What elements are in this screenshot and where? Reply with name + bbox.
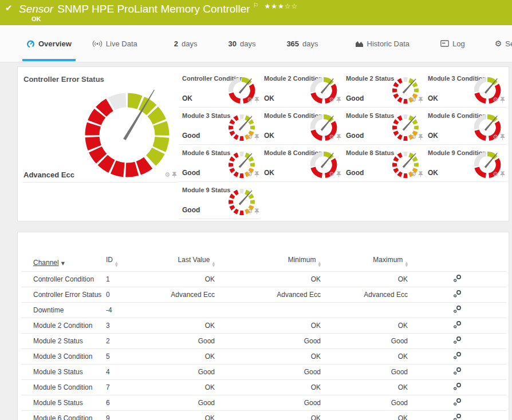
pin-icon xyxy=(418,134,423,140)
gauge-tile-module-6-status[interactable]: Module 6 StatusGood⚙ xyxy=(179,145,261,182)
gear-icon[interactable]: ⚙ xyxy=(329,172,334,177)
gauge-tile-module-3-condition[interactable]: Module 3 ConditionOK⚙ xyxy=(424,70,506,108)
column-header-id[interactable]: ID▲▼ xyxy=(106,256,161,272)
gauge-tile-module-6-condition[interactable]: Module 6 ConditionOK⚙ xyxy=(424,108,506,145)
gauge-value: OK xyxy=(264,132,274,140)
pin-icon xyxy=(336,97,341,103)
gear-icon[interactable]: ⚙ xyxy=(411,134,416,140)
channel-settings-icon[interactable] xyxy=(452,274,462,284)
gauge-tile-module-9-status[interactable]: Module 9 StatusGood⚙ xyxy=(179,182,261,219)
pin-icon[interactable] xyxy=(500,132,505,142)
gauge-tile-module-9-condition[interactable]: Module 9 ConditionOK⚙ xyxy=(424,145,506,182)
channel-settings-icon[interactable] xyxy=(452,305,462,315)
channel-settings-icon[interactable] xyxy=(452,382,462,393)
gauge-tile-module-5-condition[interactable]: Module 5 ConditionOK⚙ xyxy=(261,108,342,145)
channel-row-controller-error-status: Controller Error Status0Advanced EccAdva… xyxy=(21,287,506,303)
gauge-value: Good xyxy=(182,206,200,214)
pin-icon[interactable] xyxy=(336,95,341,105)
channel-settings-icon[interactable] xyxy=(452,413,462,420)
empty-cell xyxy=(424,182,506,219)
channel-settings-icon[interactable] xyxy=(452,290,462,300)
channel-settings-icon[interactable] xyxy=(452,320,462,331)
gear-icon[interactable]: ⚙ xyxy=(411,172,416,177)
channel-table-panel: Channel▼ID▲▼Last Value▲▼Minimum▲▼Maximum… xyxy=(17,232,509,420)
channel-settings-icon[interactable] xyxy=(452,398,462,408)
channel-row-module-6-condition: Module 6 Condition9OKOKOK xyxy=(21,411,506,420)
maximum-value: OK xyxy=(321,349,408,364)
tab-settings[interactable]: ⚙Settings xyxy=(491,25,512,62)
gear-icon[interactable]: ⚙ xyxy=(247,172,253,177)
tab-historic-data[interactable]: Historic Data xyxy=(351,25,413,62)
pin-icon[interactable] xyxy=(254,207,259,217)
empty-cell xyxy=(261,182,342,219)
gauge-tile-controller-error-status[interactable]: Controller Error Status Advanced Ecc ⚙ xyxy=(22,70,178,183)
channel-id: 5 xyxy=(106,349,161,364)
gear-icon[interactable]: ⚙ xyxy=(164,172,170,178)
gauge-tile-module-2-condition[interactable]: Module 2 ConditionOK⚙ xyxy=(261,70,342,108)
channel-id: 1 xyxy=(106,272,161,287)
gauge-tile-controller-condition[interactable]: Controller ConditionOK⚙ xyxy=(179,70,261,108)
gear-icon[interactable]: ⚙ xyxy=(493,134,498,140)
gauge-tile-module-5-status[interactable]: Module 5 StatusGood⚙ xyxy=(342,108,424,145)
pin-icon[interactable] xyxy=(254,132,259,142)
tab-30-days[interactable]: 30days xyxy=(224,25,259,62)
pin-icon[interactable] xyxy=(418,169,423,180)
pin-icon xyxy=(254,171,259,177)
gear-icon[interactable]: ⚙ xyxy=(247,209,253,215)
tab-overview[interactable]: Overview xyxy=(22,25,76,62)
gear-icon[interactable]: ⚙ xyxy=(493,97,498,103)
gauge-tile-module-2-status[interactable]: Module 2 StatusGood⚙ xyxy=(342,70,424,108)
gauge-value: Good xyxy=(346,94,364,102)
gear-icon[interactable]: ⚙ xyxy=(329,97,334,103)
tab-365-days[interactable]: 365days xyxy=(282,25,322,62)
pin-icon[interactable] xyxy=(172,170,177,180)
gauge-tile-module-3-status[interactable]: Module 3 StatusGood⚙ xyxy=(179,108,261,145)
channel-name: Controller Condition xyxy=(21,272,106,287)
gear-icon[interactable]: ⚙ xyxy=(329,134,334,140)
pin-icon[interactable] xyxy=(254,95,259,105)
pin-icon[interactable] xyxy=(500,95,505,105)
column-header-channel[interactable]: Channel▼ xyxy=(21,256,106,272)
pin-icon[interactable] xyxy=(418,95,423,105)
pin-icon[interactable] xyxy=(336,132,341,142)
sort-desc-icon: ▼ xyxy=(61,261,65,266)
gear-icon[interactable]: ⚙ xyxy=(411,97,416,103)
column-header-minimum[interactable]: Minimum▲▼ xyxy=(215,256,321,272)
gauge-icon xyxy=(26,39,35,48)
pin-icon[interactable] xyxy=(254,169,259,180)
tab-log[interactable]: Log xyxy=(436,25,469,62)
sort-icon: ▲▼ xyxy=(115,261,118,267)
channel-settings-icon[interactable] xyxy=(452,351,462,362)
channel-name: Module 3 Status xyxy=(21,364,106,380)
pin-icon xyxy=(500,97,505,103)
flag-icon[interactable]: ⚐ xyxy=(253,2,259,9)
column-header-maximum[interactable]: Maximum▲▼ xyxy=(321,256,408,272)
gauge-tile-module-8-status[interactable]: Module 8 StatusGood⚙ xyxy=(342,145,424,182)
pin-icon[interactable] xyxy=(500,169,505,180)
channel-settings-cell xyxy=(408,411,506,420)
pin-icon[interactable] xyxy=(418,132,423,142)
channel-row-module-2-condition: Module 2 Condition3OKOKOK xyxy=(21,318,506,334)
star-rating[interactable]: ★★★☆☆ xyxy=(265,2,298,10)
sort-icon: ▲▼ xyxy=(405,261,408,267)
gear-icon[interactable]: ⚙ xyxy=(247,134,253,140)
channel-settings-icon[interactable] xyxy=(452,336,462,346)
gauge-tile-module-8-condition[interactable]: Module 8 ConditionOK⚙ xyxy=(261,145,342,182)
last-value: Advanced Ecc xyxy=(161,287,215,303)
channel-settings-icon[interactable] xyxy=(452,367,462,377)
pin-icon[interactable] xyxy=(336,169,341,180)
gauge-value: Good xyxy=(182,169,200,177)
channel-settings-cell xyxy=(408,395,506,411)
sensor-type-label: Sensor xyxy=(19,3,53,15)
tab-2-days[interactable]: 2days xyxy=(170,25,202,62)
gear-icon[interactable]: ⚙ xyxy=(493,172,498,177)
channel-row-downtime: Downtime-4 xyxy=(21,303,506,318)
maximum-value: Good xyxy=(321,364,408,380)
channel-settings-cell xyxy=(408,303,506,318)
channel-row-module-3-condition: Module 3 Condition5OKOKOK xyxy=(21,349,506,364)
channel-id: 0 xyxy=(106,287,161,303)
gear-icon[interactable]: ⚙ xyxy=(247,97,253,103)
tab-live-data[interactable]: Live Data xyxy=(88,25,141,62)
channel-name: Module 3 Condition xyxy=(21,349,106,364)
column-header-last-value[interactable]: Last Value▲▼ xyxy=(161,256,215,272)
